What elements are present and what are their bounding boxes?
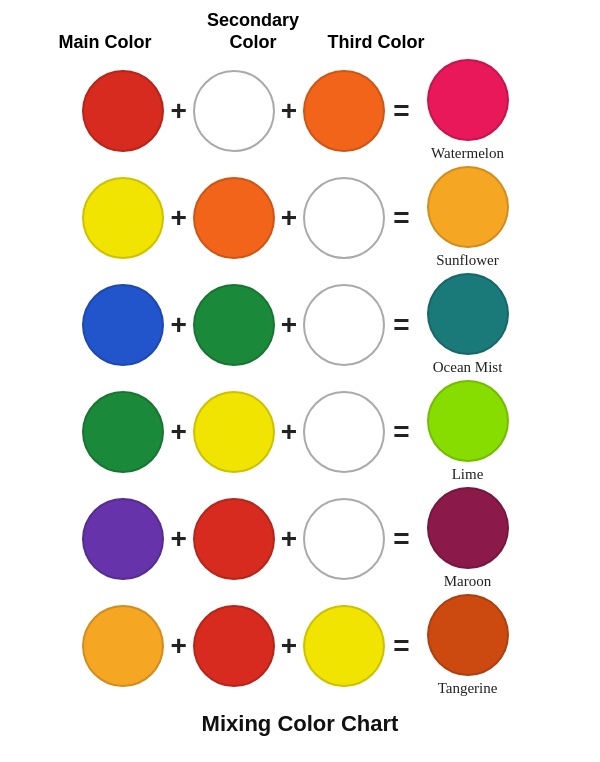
- circle-result-maroon: [427, 487, 509, 569]
- result-label-maroon: Maroon: [444, 573, 492, 590]
- circle-main-ocean-mist: [82, 284, 164, 366]
- header-secondary: Secondary Color: [198, 10, 308, 53]
- result-label-watermelon: Watermelon: [431, 145, 504, 162]
- circle-third-sunflower: [303, 177, 385, 259]
- result-label-tangerine: Tangerine: [438, 680, 498, 697]
- circle-main-tangerine: [82, 605, 164, 687]
- plus1-ocean-mist: +: [170, 309, 186, 341]
- circle-main-lime: [82, 391, 164, 473]
- page: Main Color Secondary Color Third Color +…: [0, 0, 600, 762]
- plus1-watermelon: +: [170, 95, 186, 127]
- circle-main-sunflower: [82, 177, 164, 259]
- plus1-sunflower: +: [170, 202, 186, 234]
- plus2-maroon: +: [281, 523, 297, 555]
- result-col-ocean-mist: Ocean Mist: [418, 273, 518, 376]
- mix-row-tangerine: ++=Tangerine: [20, 594, 580, 697]
- mix-rows-container: ++=Watermelon++=Sunflower++=Ocean Mist++…: [20, 55, 580, 701]
- equals-watermelon: =: [393, 95, 409, 127]
- plus1-maroon: +: [170, 523, 186, 555]
- result-label-lime: Lime: [452, 466, 484, 483]
- mix-row-ocean-mist: ++=Ocean Mist: [20, 273, 580, 376]
- equals-ocean-mist: =: [393, 309, 409, 341]
- equals-tangerine: =: [393, 630, 409, 662]
- circle-secondary-lime: [193, 391, 275, 473]
- plus2-lime: +: [281, 416, 297, 448]
- circle-secondary-tangerine: [193, 605, 275, 687]
- mix-row-lime: ++=Lime: [20, 380, 580, 483]
- chart-title: Mixing Color Chart: [202, 711, 399, 737]
- circle-main-watermelon: [82, 70, 164, 152]
- result-col-lime: Lime: [418, 380, 518, 483]
- plus2-ocean-mist: +: [281, 309, 297, 341]
- circle-result-tangerine: [427, 594, 509, 676]
- result-col-sunflower: Sunflower: [418, 166, 518, 269]
- plus1-tangerine: +: [170, 630, 186, 662]
- circle-secondary-sunflower: [193, 177, 275, 259]
- mix-row-maroon: ++=Maroon: [20, 487, 580, 590]
- circle-third-ocean-mist: [303, 284, 385, 366]
- plus2-tangerine: +: [281, 630, 297, 662]
- equals-lime: =: [393, 416, 409, 448]
- equals-maroon: =: [393, 523, 409, 555]
- result-label-sunflower: Sunflower: [436, 252, 499, 269]
- circle-third-tangerine: [303, 605, 385, 687]
- circle-third-watermelon: [303, 70, 385, 152]
- circle-secondary-maroon: [193, 498, 275, 580]
- column-headers: Main Color Secondary Color Third Color: [40, 10, 560, 53]
- result-col-watermelon: Watermelon: [418, 59, 518, 162]
- result-label-ocean-mist: Ocean Mist: [433, 359, 503, 376]
- header-third: Third Color: [326, 32, 426, 54]
- circle-result-lime: [427, 380, 509, 462]
- result-col-tangerine: Tangerine: [418, 594, 518, 697]
- circle-result-ocean-mist: [427, 273, 509, 355]
- equals-sunflower: =: [393, 202, 409, 234]
- mix-row-watermelon: ++=Watermelon: [20, 59, 580, 162]
- circle-secondary-watermelon: [193, 70, 275, 152]
- circle-third-maroon: [303, 498, 385, 580]
- plus1-lime: +: [170, 416, 186, 448]
- header-main: Main Color: [50, 32, 160, 54]
- result-col-maroon: Maroon: [418, 487, 518, 590]
- circle-secondary-ocean-mist: [193, 284, 275, 366]
- circle-result-watermelon: [427, 59, 509, 141]
- circle-main-maroon: [82, 498, 164, 580]
- mix-row-sunflower: ++=Sunflower: [20, 166, 580, 269]
- plus2-watermelon: +: [281, 95, 297, 127]
- plus2-sunflower: +: [281, 202, 297, 234]
- circle-third-lime: [303, 391, 385, 473]
- circle-result-sunflower: [427, 166, 509, 248]
